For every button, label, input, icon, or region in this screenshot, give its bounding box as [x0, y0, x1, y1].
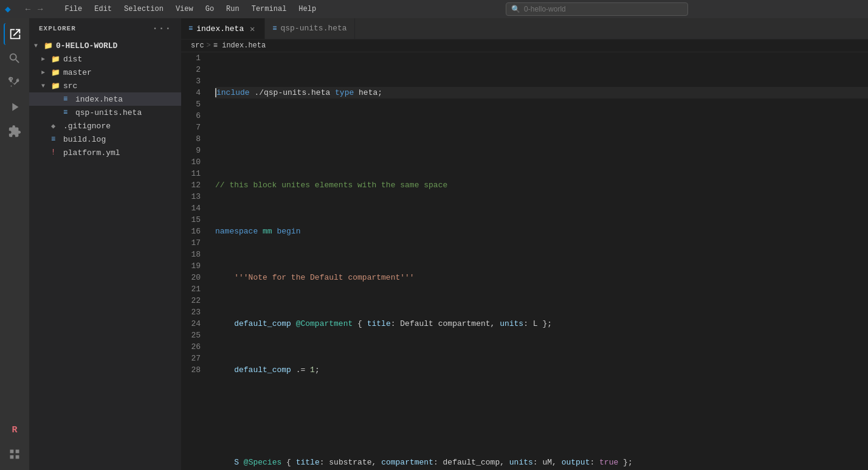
tree-item-gitignore[interactable]: ◆ .gitignore	[29, 119, 181, 133]
extensions-activity-icon[interactable]	[4, 120, 26, 142]
file-tree: ▼ 📁 0-HELLO-WORLD ► 📁 dist ► 📁 master	[29, 39, 181, 470]
line-num-28: 28	[181, 364, 201, 376]
menu-bar: File Edit Selection View Go Run Terminal…	[60, 4, 321, 15]
code-line-3: // this block unites elements with the s…	[215, 179, 868, 191]
search-glass-icon: 🔍	[511, 5, 520, 14]
tree-item-index-heta[interactable]: ≡ index.heta	[29, 92, 181, 106]
line-num-18: 18	[181, 249, 201, 260]
tree-label-gitignore: .gitignore	[63, 122, 111, 131]
line-num-1: 1	[181, 52, 201, 64]
sidebar: EXPLORER ··· ▼ 📁 0-HELLO-WORLD ► 📁 dist	[29, 18, 181, 470]
line-num-21: 21	[181, 283, 201, 295]
code-line-4: namespace mm begin	[215, 226, 868, 237]
file-qsp-icon: ≡	[63, 108, 73, 117]
breadcrumb-src[interactable]: src	[191, 41, 204, 50]
file-platformyml-icon: !	[51, 148, 61, 157]
menu-file[interactable]: File	[60, 4, 87, 15]
tree-item-platform-yml[interactable]: ! platform.yml	[29, 146, 181, 159]
line-num-8: 8	[181, 133, 201, 145]
tab-index-heta-label: index.heta	[196, 24, 244, 33]
code-content[interactable]: include ./qsp-units.heta type heta; // t…	[210, 52, 868, 470]
menu-run[interactable]: Run	[221, 4, 244, 15]
tab-qsp-units-label: qsp-units.heta	[280, 24, 346, 33]
tree-label-master: master	[63, 68, 92, 77]
line-num-10: 10	[181, 156, 201, 168]
line-num-26: 26	[181, 341, 201, 353]
line-num-24: 24	[181, 318, 201, 330]
search-activity-icon[interactable]	[4, 47, 26, 69]
folder-icon: 📁	[44, 41, 53, 50]
line-num-11: 11	[181, 168, 201, 179]
tree-item-root[interactable]: ▼ 📁 0-HELLO-WORLD	[29, 39, 181, 52]
tab-index-heta-icon: ≡	[188, 24, 193, 33]
svg-rect-0	[10, 450, 14, 454]
tree-item-qsp-units-heta[interactable]: ≡ qsp-units.heta	[29, 106, 181, 119]
vscode-icon: ◆	[5, 3, 11, 15]
tree-label-build-log: build.log	[63, 135, 106, 144]
svg-rect-1	[16, 450, 19, 454]
explorer-title: EXPLORER	[39, 25, 76, 32]
line-num-12: 12	[181, 179, 201, 191]
svg-rect-2	[16, 455, 19, 459]
line-num-4: 4	[181, 87, 201, 98]
run-debug-activity-icon[interactable]	[4, 96, 26, 118]
tree-label-index-heta: index.heta	[75, 95, 123, 104]
code-line-9: S @Species { title: substrate, compartme…	[215, 457, 868, 468]
menu-help[interactable]: Help	[294, 4, 321, 15]
line-num-7: 7	[181, 122, 201, 133]
file-buildlog-icon: ≡	[51, 135, 61, 143]
tree-item-src[interactable]: ▼ 📁 src	[29, 79, 181, 92]
line-num-27: 27	[181, 353, 201, 364]
tree-item-dist[interactable]: ► 📁 dist	[29, 52, 181, 66]
line-num-15: 15	[181, 214, 201, 226]
back-button[interactable]: ←	[23, 4, 33, 14]
breadcrumb: src > ≡ index.heta	[181, 40, 868, 52]
folder-master-icon: 📁	[51, 68, 61, 77]
tree-label-platform-yml: platform.yml	[63, 148, 120, 157]
menu-view[interactable]: View	[171, 4, 198, 15]
code-line-2	[215, 133, 868, 145]
line-num-20: 20	[181, 272, 201, 283]
tab-qsp-icon: ≡	[272, 24, 277, 33]
tab-qsp-units-heta[interactable]: ≡ qsp-units.heta	[265, 18, 354, 39]
code-editor[interactable]: 1 2 3 4 5 6 7 8 9 10 11 12 13 14 15 16 1…	[181, 52, 868, 470]
tree-item-build-log[interactable]: ≡ build.log	[29, 133, 181, 146]
line-num-23: 23	[181, 306, 201, 318]
folder-src-icon: 📁	[51, 81, 61, 91]
editor-area: ≡ index.heta ✕ ≡ qsp-units.heta src > ≡ …	[181, 18, 868, 470]
line-num-6: 6	[181, 110, 201, 122]
menu-edit[interactable]: Edit	[89, 4, 117, 15]
tree-label-src: src	[63, 81, 77, 91]
line-num-2: 2	[181, 64, 201, 75]
explorer-activity-icon[interactable]	[4, 23, 26, 45]
main-layout: R EXPLORER ··· ▼ 📁 0-HELLO-WORLD ► 📁 dis…	[0, 18, 868, 470]
tabs-bar: ≡ index.heta ✕ ≡ qsp-units.heta	[181, 18, 868, 40]
line-num-14: 14	[181, 202, 201, 214]
code-line-6: default_comp @Compartment { title: Defau…	[215, 318, 868, 330]
tree-label-root: 0-HELLO-WORLD	[56, 41, 117, 50]
search-input[interactable]	[524, 5, 683, 13]
tree-label-dist: dist	[63, 55, 82, 64]
menu-selection[interactable]: Selection	[119, 4, 168, 15]
file-gitignore-icon: ◆	[51, 122, 61, 131]
activity-bar: R	[0, 18, 29, 470]
forward-button[interactable]: →	[35, 4, 45, 14]
sidebar-more-button[interactable]: ···	[152, 23, 171, 34]
line-num-9: 9	[181, 145, 201, 156]
tree-item-master[interactable]: ► 📁 master	[29, 66, 181, 79]
tab-index-heta-close[interactable]: ✕	[247, 24, 257, 33]
code-line-1: include ./qsp-units.heta type heta;	[215, 87, 868, 98]
r-activity-icon[interactable]: R	[4, 419, 26, 441]
file-index-heta-icon: ≡	[63, 95, 73, 103]
line-num-16: 16	[181, 226, 201, 237]
tab-index-heta[interactable]: ≡ index.heta ✕	[181, 18, 265, 39]
menu-terminal[interactable]: Terminal	[247, 4, 292, 15]
menu-go[interactable]: Go	[201, 4, 219, 15]
line-num-25: 25	[181, 330, 201, 341]
line-num-13: 13	[181, 191, 201, 202]
title-bar: ◆ ← → File Edit Selection View Go Run Te…	[0, 0, 868, 18]
tree-label-qsp-units-heta: qsp-units.heta	[75, 108, 142, 117]
packages-activity-icon[interactable]	[4, 443, 26, 465]
source-control-activity-icon[interactable]	[4, 72, 26, 94]
code-line-8	[215, 410, 868, 422]
